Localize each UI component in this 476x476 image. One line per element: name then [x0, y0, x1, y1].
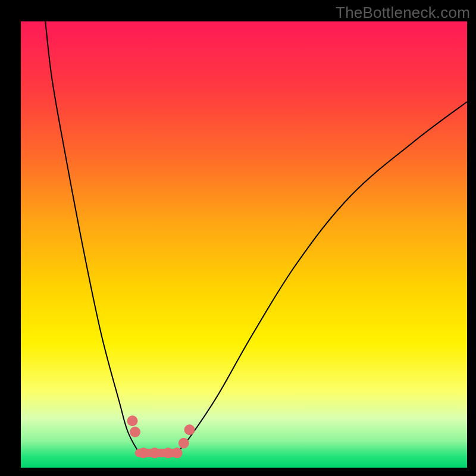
chart-area [21, 21, 467, 468]
data-marker [184, 424, 195, 435]
data-marker [127, 415, 138, 426]
curve-left-branch [45, 21, 139, 453]
data-marker [130, 427, 140, 437]
data-marker [178, 438, 189, 449]
data-marker [172, 447, 183, 458]
curve-right-branch [177, 102, 468, 453]
data-marker [138, 447, 149, 458]
data-marker [149, 447, 160, 458]
watermark-text: TheBottleneck.com [336, 4, 470, 22]
chart-svg [21, 21, 467, 468]
